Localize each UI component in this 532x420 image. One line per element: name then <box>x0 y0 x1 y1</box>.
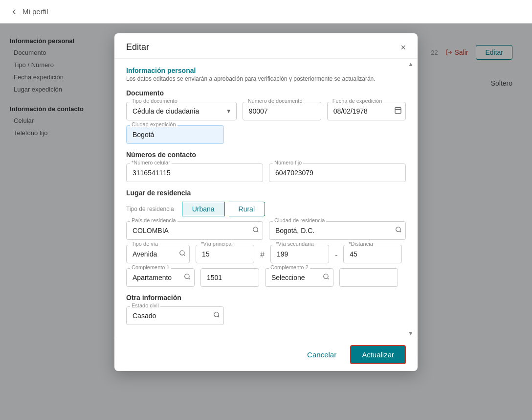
info-section-title: Información personal <box>126 67 406 74</box>
tipo-documento-wrapper: Tipo de documento Cédula de ciudadanía ▼ <box>126 102 237 120</box>
tab-urbana[interactable]: Urbana <box>182 202 225 216</box>
tab-rural[interactable]: Rural <box>229 202 265 216</box>
top-bar: Mi perfil <box>0 0 532 23</box>
estado-civil-label: Estado civil <box>130 303 160 308</box>
complemento2-search-icon[interactable] <box>323 273 330 282</box>
ciudad-res-search-icon[interactable] <box>395 226 402 235</box>
modal-close-button[interactable]: × <box>400 43 406 52</box>
estado-civil-search-icon[interactable] <box>213 311 220 320</box>
complemento1-wrapper: Complemento 1 <box>126 268 195 287</box>
tipo-documento-select[interactable]: Cédula de ciudadanía <box>126 102 237 120</box>
svg-line-11 <box>257 231 259 233</box>
complemento1b-wrapper <box>200 268 259 287</box>
svg-line-13 <box>400 231 401 233</box>
ciudad-exp-row: Ciudad expedición <box>126 125 406 144</box>
num-doc-label: Número de documento <box>246 98 304 104</box>
pais-wrapper: País de residencia <box>126 221 263 240</box>
via-row: Tipo de vía *Vía principal <box>126 245 406 263</box>
distancia-label: *Distancia <box>347 241 375 247</box>
modal-header: Editar × <box>114 33 418 59</box>
back-label: Mi perfil <box>22 7 48 16</box>
svg-point-14 <box>180 251 184 255</box>
fijo-input[interactable] <box>269 163 406 182</box>
celular-input[interactable] <box>126 163 263 182</box>
svg-line-15 <box>184 255 185 256</box>
via-secundaria-wrapper: *Vía secundaria <box>270 245 329 263</box>
complemento2b-wrapper <box>339 268 398 287</box>
complemento1b-input[interactable] <box>200 268 259 287</box>
pais-input[interactable] <box>126 221 263 240</box>
pais-search-icon[interactable] <box>252 226 259 235</box>
complemento2b-input[interactable] <box>339 268 398 287</box>
via-principal-label: *Vía principal <box>200 241 234 247</box>
documento-row1: Tipo de documento Cédula de ciudadanía ▼… <box>126 102 406 120</box>
via-secundaria-label: *Vía secundaria <box>274 241 315 247</box>
ciudad-exp-label: Ciudad expedición <box>130 121 177 127</box>
cancel-button[interactable]: Cancelar <box>301 347 342 363</box>
otra-info-section-label: Otra información <box>126 294 406 302</box>
contacto-section-label: Números de contacto <box>126 151 406 159</box>
residence-type-row: Tipo de residencia Urbana Rural <box>126 202 406 216</box>
contacto-row: *Número celular Número fijo <box>126 163 406 182</box>
pais-label: País de residencia <box>130 217 177 223</box>
svg-point-16 <box>185 274 189 279</box>
fijo-wrapper: Número fijo <box>269 163 406 182</box>
estado-civil-input[interactable] <box>126 306 224 325</box>
via-principal-wrapper: *Vía principal <box>196 245 254 263</box>
tipo-via-label: Tipo de vía <box>130 241 159 247</box>
modal-body[interactable]: ▲ Información personal Los datos editado… <box>114 59 418 338</box>
documento-section-label: Documento <box>126 89 406 97</box>
scroll-down-arrow[interactable]: ▼ <box>408 330 414 337</box>
hash-symbol: # <box>260 251 265 259</box>
modal-footer: Cancelar Actualizar <box>114 338 418 371</box>
pais-ciudad-row: País de residencia Ciudad de residencia <box>126 221 406 240</box>
update-button[interactable]: Actualizar <box>350 345 406 364</box>
residencia-section-label: Lugar de residencia <box>126 189 406 197</box>
estado-civil-row: Estado civil <box>126 306 406 325</box>
estado-civil-wrapper: Estado civil <box>126 306 224 325</box>
svg-line-17 <box>189 278 190 280</box>
svg-line-19 <box>328 278 329 280</box>
fecha-exp-label: Fecha de expedición <box>331 98 384 104</box>
celular-wrapper: *Número celular <box>126 163 263 182</box>
complemento-row: Complemento 1 <box>126 268 406 287</box>
fecha-expedicion-wrapper: Fecha de expedición <box>327 102 406 120</box>
celular-label: *Número celular <box>130 160 172 165</box>
dash-symbol: - <box>335 251 337 259</box>
via-secundaria-input[interactable] <box>270 245 329 263</box>
scroll-up-arrow[interactable]: ▲ <box>408 61 414 68</box>
distancia-input[interactable] <box>343 245 402 263</box>
distancia-wrapper: *Distancia <box>343 245 402 263</box>
svg-point-10 <box>253 227 258 232</box>
ciudad-expedicion-input[interactable] <box>126 125 224 144</box>
num-documento-wrapper: Número de documento <box>243 102 321 120</box>
fijo-label: Número fijo <box>273 160 303 165</box>
modal-overlay: Editar × ▲ Información personal Los dato… <box>0 23 532 420</box>
ciudad-expedicion-wrapper: Ciudad expedición <box>126 125 224 144</box>
svg-point-12 <box>396 227 400 232</box>
via-principal-input[interactable] <box>196 245 254 263</box>
ciudad-res-label: Ciudad de residencia <box>273 217 326 223</box>
info-section-subtitle: Los datos editados se enviarán a aprobac… <box>126 75 406 82</box>
complemento1-label: Complemento 1 <box>130 264 171 270</box>
tipo-via-wrapper: Tipo de vía <box>126 245 190 263</box>
num-documento-input[interactable] <box>243 102 321 120</box>
complemento1-search-icon[interactable] <box>184 273 191 282</box>
svg-point-20 <box>214 312 219 317</box>
tipo-residencia-label: Tipo de residencia <box>126 206 174 212</box>
tipo-via-search-icon[interactable] <box>179 250 186 258</box>
svg-point-18 <box>324 274 328 279</box>
modal-title: Editar <box>126 42 149 52</box>
edit-modal: Editar × ▲ Información personal Los dato… <box>114 33 418 371</box>
ciudad-residencia-wrapper: Ciudad de residencia <box>269 221 406 240</box>
complemento2-wrapper: Complemento 2 <box>265 268 333 287</box>
complemento2-label: Complemento 2 <box>269 264 310 270</box>
ciudad-residencia-input[interactable] <box>269 221 406 240</box>
svg-rect-6 <box>395 108 401 114</box>
tipo-doc-label: Tipo de documento <box>130 98 179 104</box>
calendar-icon[interactable] <box>394 106 402 116</box>
back-button[interactable]: Mi perfil <box>10 7 48 16</box>
svg-line-21 <box>218 316 220 318</box>
main-bg: Información personal Documento Tipo / Nú… <box>0 23 532 420</box>
